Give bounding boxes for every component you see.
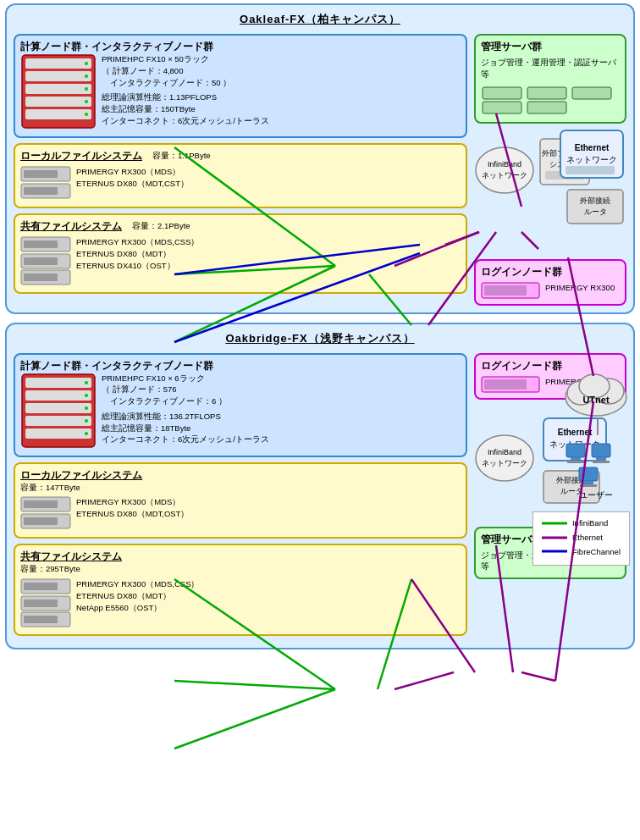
svg-rect-5 [25, 109, 91, 119]
svg-point-8 [85, 87, 88, 91]
oakbridge-shared-fs-title: 共有ファイルシステム [20, 550, 122, 563]
svg-rect-41 [484, 285, 527, 296]
oakbridge-compute-box: 計算ノード群・インタラクティブノード群 [14, 353, 467, 457]
oakleaf-right: 管理サーバ群 ジョブ管理・運用管理・認証サーバ等 [474, 34, 626, 306]
oakleaf-login-inner: PRIMERGY RX300 [481, 282, 620, 299]
svg-point-10 [85, 113, 88, 116]
oakleaf-ext-router-node: 外部接続 ルータ [566, 188, 625, 232]
oakleaf-shared-fs-inner: PRIMERGY RX300（MDS,CSS） ETERNUS DX80（MDT… [20, 236, 461, 287]
svg-rect-13 [24, 170, 58, 178]
svg-rect-56 [24, 517, 58, 525]
oakbridge-shared-fs-box: 共有ファイルシステム 容量：295TByte [14, 544, 467, 636]
svg-text:外部接続: 外部接続 [580, 196, 610, 205]
svg-line-106 [174, 689, 335, 749]
full-diagram: Oakleaf-FX（柏キャンパス） 計算ノード群・インタラクティブノード群 [5, 3, 635, 649]
oakbridge-local-fs-specs: PRIMERGY RX300（MDS） ETERNUS DX80（MDT,OST… [76, 496, 190, 520]
oakbridge-server-image [20, 373, 97, 450]
oakleaf-frame: Oakleaf-FX（柏キャンパス） 計算ノード群・インタラクティブノード群 [5, 3, 635, 314]
svg-rect-44 [25, 390, 91, 401]
oakleaf-login-model: PRIMERGY RX300 [545, 282, 615, 294]
svg-rect-46 [25, 416, 91, 426]
svg-point-50 [85, 406, 88, 410]
legend-ethernet-label: Ethernet [572, 532, 603, 544]
oakleaf-server-image [20, 53, 97, 131]
oakleaf-mgmt-desc: ジョブ管理・運用管理・認証サーバ等 [481, 57, 620, 80]
oakleaf-shared-fs-specs: PRIMERGY RX300（MDS,CSS） ETERNUS DX80（MDT… [76, 236, 199, 271]
svg-rect-36 [566, 166, 615, 174]
legend-area: InfiniBand Ethernet FibreChannel [532, 511, 630, 566]
svg-rect-84 [593, 461, 610, 463]
svg-rect-25 [527, 102, 566, 113]
oakbridge-compute-inner: PRIMEHPC FX10 × 6ラック （ 計算ノード：576 インタラクティ… [20, 373, 461, 450]
svg-point-51 [85, 419, 88, 423]
svg-rect-14 [24, 187, 58, 195]
oakleaf-content: 計算ノード群・インタラクティブノード群 [14, 34, 626, 306]
svg-rect-83 [596, 457, 606, 461]
oakleaf-shared-fs-capacity: 容量：2.1PByte [132, 220, 190, 232]
svg-text:ネットワーク: ネットワーク [482, 171, 527, 180]
oakleaf-local-fs-specs: PRIMERGY RX300（MDS） ETERNUS DX80（MDT,CST… [76, 166, 189, 190]
svg-rect-61 [24, 600, 58, 607]
svg-rect-82 [592, 444, 610, 457]
svg-rect-23 [572, 87, 611, 99]
svg-rect-86 [583, 481, 593, 484]
oakleaf-mgmt-box: 管理サーバ群 ジョブ管理・運用管理・認証サーバ等 [474, 34, 626, 124]
svg-point-48 [85, 381, 88, 384]
oakleaf-shared-fs-header: 共有ファイルシステム 容量：2.1PByte [20, 220, 461, 233]
oakleaf-shared-fs-image [20, 236, 71, 287]
svg-text:InfiniBand: InfiniBand [488, 160, 521, 169]
svg-text:Ethernet: Ethernet [575, 143, 610, 152]
oakbridge-local-fs-inner: PRIMERGY RX300（MDS） ETERNUS DX80（MDT,OST… [20, 496, 461, 532]
svg-text:ルータ: ルータ [584, 207, 607, 216]
oakleaf-mgmt-title: 管理サーバ群 [481, 41, 620, 53]
oakleaf-compute-box: 計算ノード群・インタラクティブノード群 [14, 34, 467, 138]
svg-point-52 [85, 432, 88, 435]
svg-rect-79 [566, 444, 585, 457]
svg-rect-37 [567, 190, 623, 224]
legend-fibrechannel-label: FibreChannel [572, 546, 621, 558]
utnet-area: UTnet [562, 368, 630, 424]
svg-point-6 [85, 62, 88, 65]
svg-point-65 [476, 435, 533, 481]
oakleaf-login-title: ログインノード群 [481, 266, 620, 279]
svg-point-7 [85, 75, 88, 78]
svg-rect-4 [25, 97, 91, 107]
oakleaf-local-fs-inner: PRIMERGY RX300（MDS） ETERNUS DX80（MDT,CST… [20, 166, 461, 202]
oakleaf-infiniband-node: InfiniBand ネットワーク [474, 146, 535, 196]
oakleaf-compute-specs: PRIMEHPC FX10 × 50ラック （ 計算ノード：4,800 インタラ… [102, 53, 269, 127]
oakbridge-shared-fs-specs: PRIMERGY RX300（MDS,CSS） ETERNUS DX80（MDT… [76, 578, 199, 613]
legend-fibrechannel: FibreChannel [542, 546, 621, 558]
svg-rect-45 [25, 403, 91, 413]
svg-rect-64 [484, 379, 527, 390]
svg-rect-18 [24, 240, 58, 248]
oakleaf-local-fs-capacity: 容量：1.1PByte [152, 150, 211, 162]
oakleaf-local-fs-header: ローカルファイルシステム 容量：1.1PByte [20, 150, 461, 163]
oakbridge-shared-fs-inner: PRIMERGY RX300（MDS,CSS） ETERNUS DX80（MDT… [20, 578, 461, 629]
svg-rect-60 [24, 583, 58, 590]
svg-rect-21 [483, 87, 521, 99]
svg-rect-55 [24, 500, 58, 508]
oakleaf-compute-inner: PRIMEHPC FX10 × 50ラック （ 計算ノード：4,800 インタラ… [20, 53, 461, 131]
legend-infiniband-label: InfiniBand [572, 517, 608, 529]
oakleaf-local-fs-image [20, 166, 71, 202]
oakbridge-content: 計算ノード群・インタラクティブノード群 [14, 353, 626, 642]
svg-rect-1 [25, 58, 91, 69]
oakleaf-compute-title: 計算ノード群・インタラクティブノード群 [20, 41, 461, 53]
oakbridge-local-fs-header: ローカルファイルシステム [20, 469, 461, 482]
oakbridge-local-fs-image [20, 496, 71, 532]
svg-point-26 [476, 147, 533, 193]
page-container: Oakleaf-FX（柏キャンパス） 計算ノード群・インタラクティブノード群 [0, 0, 640, 653]
svg-rect-2 [25, 71, 91, 81]
svg-point-49 [85, 394, 88, 397]
svg-rect-20 [24, 274, 58, 281]
svg-rect-81 [567, 461, 584, 463]
svg-rect-87 [580, 484, 597, 487]
legend-infiniband: InfiniBand [542, 517, 621, 529]
oakleaf-ethernet-node: Ethernet ネットワーク [559, 129, 625, 190]
svg-rect-85 [579, 467, 598, 481]
oakleaf-network-area: InfiniBand ネットワーク 外部ファイル システム [474, 129, 626, 256]
svg-point-9 [85, 100, 88, 103]
user-area: ユーザー [562, 435, 630, 505]
oakleaf-shared-fs-title: 共有ファイルシステム [20, 220, 122, 233]
oakbridge-left: 計算ノード群・インタラクティブノード群 [14, 353, 467, 642]
